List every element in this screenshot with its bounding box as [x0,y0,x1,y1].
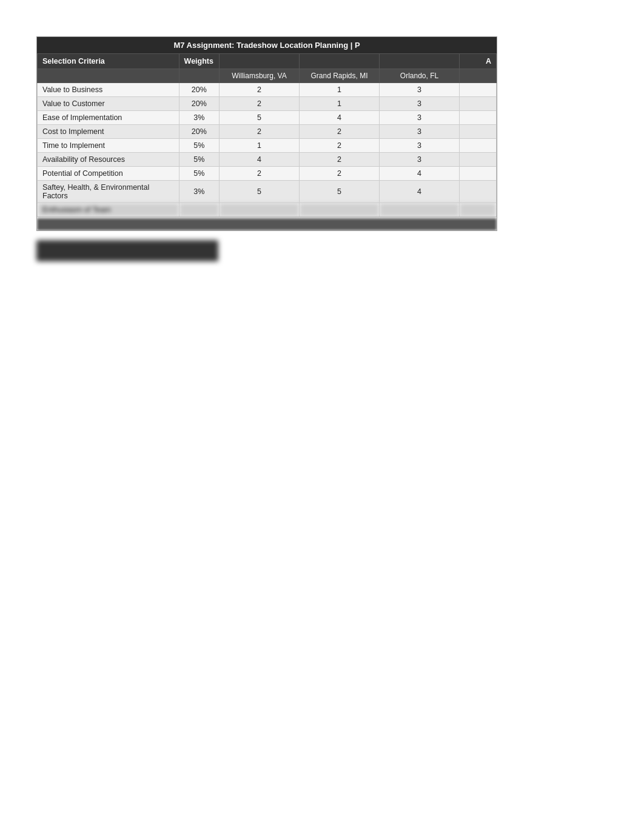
cell-city1: 5 [219,181,299,203]
header-city2 [300,54,380,69]
column-headers: Selection Criteria Weights A [38,54,497,69]
main-table-wrapper: M7 Assignment: Tradeshow Location Planni… [36,36,497,231]
header-city1 [219,54,299,69]
cell-city1: 1 [219,139,299,153]
cell-city3: 4 [380,181,460,203]
cell-a [460,181,497,203]
cell-city2: 2 [300,167,380,181]
cell-city1: 2 [219,97,299,111]
cell-city2: 1 [300,97,380,111]
cell-criteria: Enthusiasm of Team [38,203,179,217]
table-row: Enthusiasm of Team [38,203,497,217]
table-row: Saftey, Health, & Environmental Factors3… [38,181,497,203]
cell-city3: 3 [380,139,460,153]
cell-city3 [380,203,460,217]
cell-criteria: Time to Implement [38,139,179,153]
subheader-empty1 [38,69,179,83]
cell-criteria: Availability of Resources [38,153,179,167]
cell-criteria: Saftey, Health, & Environmental Factors [38,181,179,203]
cell-a [460,203,497,217]
cell-city1: 4 [219,153,299,167]
cell-city1: 2 [219,83,299,97]
cell-criteria: Ease of Implementation [38,111,179,125]
subheader-empty2 [179,69,219,83]
cell-city1: 2 [219,125,299,139]
blurred-bottom-element [36,240,218,261]
cell-weights: 3% [179,181,219,203]
cell-city1: 5 [219,111,299,125]
city-subheaders: Williamsburg, VA Grand Rapids, MI Orland… [38,69,497,83]
cell-criteria: Value to Business [38,83,179,97]
cell-city2: 2 [300,139,380,153]
cell-city2: 2 [300,125,380,139]
subheader-city2: Grand Rapids, MI [300,69,380,83]
cell-weights: 5% [179,167,219,181]
cell-city3: 3 [380,153,460,167]
cell-city3: 3 [380,97,460,111]
header-criteria: Selection Criteria [38,54,179,69]
cell-city3: 4 [380,167,460,181]
subheader-city1: Williamsburg, VA [219,69,299,83]
cell-weights: 20% [179,125,219,139]
cell-weights: 20% [179,83,219,97]
cell-city3: 3 [380,83,460,97]
cell-a [460,97,497,111]
header-a: A [460,54,497,69]
cell-criteria: Value to Customer [38,97,179,111]
cell-criteria: Cost to Implement [38,125,179,139]
cell-city1 [219,203,299,217]
subheader-empty3 [460,69,497,83]
cell-a [460,125,497,139]
cell-city3: 3 [380,125,460,139]
cell-city1: 2 [219,167,299,181]
cell-a [460,139,497,153]
selection-criteria-table: Selection Criteria Weights A Williamsbur… [37,53,497,217]
cell-city2: 4 [300,111,380,125]
table-row: Availability of Resources5%423 [38,153,497,167]
table-row: Time to Implement5%123 [38,139,497,153]
cell-criteria: Potential of Competition [38,167,179,181]
table-row: Potential of Competition5%224 [38,167,497,181]
cell-city2: 2 [300,153,380,167]
header-weights: Weights [179,54,219,69]
cell-weights: 3% [179,111,219,125]
cell-a [460,167,497,181]
cell-a [460,153,497,167]
cell-city2: 1 [300,83,380,97]
table-row: Cost to Implement20%223 [38,125,497,139]
cell-weights: 20% [179,97,219,111]
subheader-city3: Orlando, FL [380,69,460,83]
cell-city2 [300,203,380,217]
table-row: Value to Customer20%213 [38,97,497,111]
cell-weights [179,203,219,217]
cell-weights: 5% [179,139,219,153]
cell-a [460,111,497,125]
table-row: Ease of Implementation3%543 [38,111,497,125]
table-title: M7 Assignment: Tradeshow Location Planni… [37,37,497,53]
cell-city3: 3 [380,111,460,125]
cell-city2: 5 [300,181,380,203]
cell-a [460,83,497,97]
header-city3 [380,54,460,69]
table-row: Value to Business20%213 [38,83,497,97]
table-body: Value to Business20%213Value to Customer… [38,83,497,217]
cell-weights: 5% [179,153,219,167]
blurred-footer-bar [37,218,497,230]
